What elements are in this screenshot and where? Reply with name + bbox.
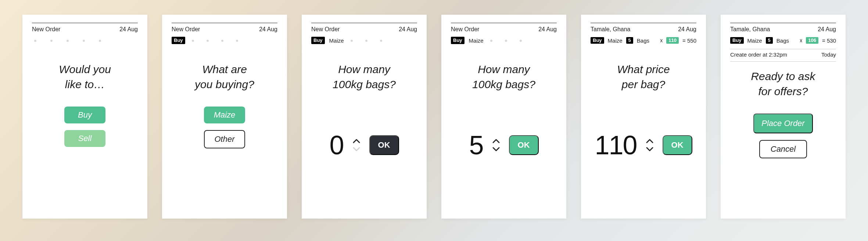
- step-dot: [365, 40, 367, 42]
- price-chip: 110: [666, 37, 679, 44]
- buy-chip: Buy: [451, 37, 465, 44]
- prompt-text: What are you buying?: [172, 62, 277, 92]
- prompt-line1: Would you: [59, 63, 111, 75]
- multiply-symbol: x: [800, 37, 802, 43]
- header-date: 24 Aug: [678, 26, 696, 33]
- progress-subrow: Buy Maize: [311, 36, 417, 44]
- chevron-down-icon[interactable]: [646, 146, 654, 152]
- quantity-value: 0: [329, 130, 343, 160]
- qty-chip: 5: [626, 37, 633, 44]
- step-dot: [99, 40, 101, 42]
- prompt-line1: What price: [617, 63, 670, 75]
- step-dot: [490, 40, 492, 42]
- header-title: New Order: [311, 26, 340, 33]
- prompt-line1: Ready to ask: [751, 70, 815, 82]
- divider: [730, 23, 836, 23]
- other-button[interactable]: Other: [204, 130, 245, 148]
- header-date: 24 Aug: [538, 26, 557, 33]
- header-title: New Order: [451, 26, 479, 33]
- prompt-line2: 100kg bags?: [472, 78, 535, 90]
- qty-chip: 5: [766, 37, 773, 44]
- header-title: New Order: [172, 26, 200, 33]
- order-step-card-5: Tamale, Ghana 24 Aug Buy Maize 5 Bags x …: [581, 15, 706, 219]
- cancel-button[interactable]: Cancel: [759, 140, 807, 158]
- divider: [311, 23, 417, 23]
- divider: [730, 61, 836, 62]
- buy-button[interactable]: Buy: [64, 107, 105, 123]
- order-step-card-4: New Order 24 Aug Buy Maize How many 100k…: [441, 15, 566, 219]
- step-dot: [351, 40, 353, 42]
- order-step-card-2: New Order 24 Aug Buy What are you buying…: [162, 15, 287, 219]
- step-dot: [236, 40, 238, 42]
- product-label: Maize: [747, 37, 762, 44]
- header-date: 24 Aug: [119, 26, 138, 33]
- buy-chip: Buy: [172, 37, 185, 44]
- step-dot: [207, 40, 209, 42]
- prompt-line1: How many: [478, 63, 530, 75]
- chevron-up-icon[interactable]: [352, 138, 361, 144]
- quantity-stepper[interactable]: [352, 138, 361, 152]
- prompt-line2: like to…: [65, 78, 105, 90]
- step-dot: [50, 40, 53, 42]
- product-label: Maize: [329, 37, 344, 44]
- order-time-label: Create order at 2:32pm: [730, 51, 787, 58]
- order-step-card-1: New Order 24 Aug Would you like to… Buy …: [22, 15, 147, 219]
- price-stepper[interactable]: [646, 138, 654, 152]
- ok-button[interactable]: OK: [509, 135, 539, 155]
- card-header: Tamale, Ghana 24 Aug: [591, 26, 696, 33]
- order-meta-row: Create order at 2:32pm Today: [730, 51, 836, 58]
- step-dot: [221, 40, 223, 42]
- prompt-text: How many 100kg bags?: [451, 62, 557, 92]
- divider: [32, 23, 138, 23]
- step-dot: [380, 40, 382, 42]
- chevron-down-icon[interactable]: [492, 146, 500, 152]
- total-label: = 530: [822, 37, 836, 44]
- order-step-card-3: New Order 24 Aug Buy Maize How many 100k…: [302, 15, 427, 219]
- quantity-stepper[interactable]: [492, 138, 500, 152]
- total-label: = 550: [682, 37, 696, 44]
- chevron-up-icon[interactable]: [492, 138, 500, 144]
- chevron-down-icon[interactable]: [352, 146, 361, 152]
- ok-button[interactable]: OK: [369, 135, 399, 155]
- prompt-line2: you buying?: [195, 78, 254, 90]
- progress-subrow: Buy: [172, 36, 277, 44]
- price-value: 110: [595, 130, 636, 160]
- maize-button[interactable]: Maize: [204, 107, 245, 123]
- unit-label: Bags: [637, 37, 649, 44]
- unit-label: Bags: [776, 37, 789, 44]
- progress-dots: [32, 36, 138, 44]
- divider: [730, 49, 836, 49]
- prompt-line2: for offers?: [758, 85, 808, 97]
- header-title: New Order: [32, 26, 60, 33]
- multiply-symbol: x: [660, 37, 663, 43]
- step-dot: [520, 40, 522, 42]
- place-order-button[interactable]: Place Order: [753, 114, 813, 133]
- divider: [591, 23, 696, 23]
- prompt-text: How many 100kg bags?: [311, 62, 417, 92]
- step-dot: [67, 40, 69, 42]
- product-label: Maize: [469, 37, 484, 44]
- price-chip: 106: [806, 37, 818, 44]
- card-header: Tamale, Ghana 24 Aug: [730, 26, 836, 33]
- sell-button[interactable]: Sell: [64, 130, 105, 147]
- product-label: Maize: [608, 37, 623, 44]
- card-header: New Order 24 Aug: [451, 26, 557, 33]
- header-date: 24 Aug: [259, 26, 277, 33]
- progress-subrow: Buy Maize: [451, 36, 557, 44]
- prompt-line1: What are: [202, 63, 247, 75]
- chevron-up-icon[interactable]: [646, 138, 654, 144]
- prompt-text: Would you like to…: [32, 62, 138, 92]
- header-location: Tamale, Ghana: [591, 26, 631, 33]
- order-step-card-6: Tamale, Ghana 24 Aug Buy Maize 5 Bags x …: [721, 15, 846, 219]
- buy-chip: Buy: [311, 37, 325, 44]
- order-summary-row: Buy Maize 5 Bags x 106 = 530: [730, 36, 836, 44]
- ok-button[interactable]: OK: [663, 135, 692, 155]
- card-header: New Order 24 Aug: [311, 26, 417, 33]
- order-summary-row: Buy Maize 5 Bags x 110 = 550: [591, 36, 696, 44]
- prompt-line2: per bag?: [622, 78, 665, 90]
- buy-chip: Buy: [730, 37, 744, 44]
- header-date: 24 Aug: [818, 26, 836, 33]
- buy-chip: Buy: [591, 37, 604, 44]
- divider: [172, 23, 277, 23]
- prompt-text: Ready to ask for offers?: [730, 69, 836, 99]
